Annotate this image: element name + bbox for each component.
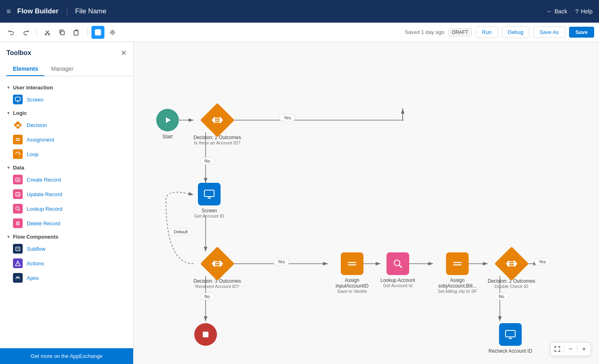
actions-icon [13,258,23,268]
toolbox-item-update-record[interactable]: Update Record [0,187,133,201]
toolbar-right: Saved 1 day ago DRAFT Run Debug Save As … [405,26,594,38]
section-flow-components[interactable]: ▼ Flow Components [0,231,133,241]
lookup1-label: Lookup Account [380,277,415,283]
assign1-sublabel: Save to Varible [337,289,367,294]
section-logic[interactable]: ▼ Logic [0,107,133,118]
decision1-icon[interactable] [200,103,234,138]
screen1-label: Screen [202,208,217,214]
debug-button[interactable]: Debug [502,26,529,38]
paste-button[interactable] [70,26,83,39]
item-label: Subflow [27,246,45,252]
svg-marker-46 [220,116,223,124]
screen2-icon[interactable] [499,323,522,346]
yes1-label: Yes [279,114,295,121]
decision2-icon[interactable] [200,247,234,281]
item-label: Screen [27,97,43,103]
screen2-node[interactable]: Recheck Account ID [489,323,532,354]
decision2-node[interactable]: Decision: 3 Outcomes Recieved Account ID… [193,252,241,289]
assign1-node[interactable]: Assign inputAccountID Save to Varible [328,252,376,294]
zoom-controls: − + [550,342,591,356]
loop-icon [13,149,23,159]
canvas-view-button[interactable] [91,26,104,39]
section-data[interactable]: ▼ Data [0,161,133,172]
toolbox-item-create-record[interactable]: Create Record [0,172,133,187]
section-label: Flow Components [13,234,59,240]
toolbox-close-button[interactable]: ✕ [121,49,127,57]
copy-button[interactable] [55,26,68,39]
subflow-icon [13,244,23,254]
app-header: ≡ Flow Builder File Name ← Back ? Help [0,0,599,23]
item-label: Loop [27,151,38,157]
screen1-sublabel: Get Account ID [194,214,224,218]
svg-marker-42 [166,117,171,123]
screen2-label: Recheck Account ID [489,348,532,354]
help-button[interactable]: ? Help [575,8,593,15]
toolbox-item-actions[interactable]: Actions [0,256,133,271]
chevron-icon: ▼ [6,235,11,239]
decision3-node[interactable]: Decision: 2 Outcomes Double Check ID [488,252,535,289]
screen1-icon[interactable] [198,183,221,205]
apex-icon [13,273,23,283]
flow-canvas[interactable]: Start Decision: 2 Outcomes Is there an A… [134,42,599,364]
screen-icon [13,95,23,104]
toolbox-item-apex[interactable]: Apex [0,271,133,285]
section-label: Logic [13,110,27,116]
assign2-icon[interactable] [446,252,469,275]
no2-label: No [200,293,215,300]
decision3-icon[interactable] [494,247,529,281]
start-icon[interactable] [156,109,179,131]
decision3-sublabel: Double Check ID [495,284,528,289]
settings-button[interactable] [106,26,119,39]
menu-icon[interactable]: ≡ [6,7,11,16]
lookup1-sublabel: Get Account Id [383,283,412,288]
help-label: Help [581,8,593,15]
save-as-button[interactable]: Save As [533,26,565,38]
tab-manager[interactable]: Manager [45,62,80,76]
back-label: Back [554,8,567,15]
appexchange-banner[interactable]: Get more on the AppExchange [0,348,133,364]
zoom-in-button[interactable]: + [578,343,591,356]
no1-label: No [200,157,215,165]
chevron-icon: ▼ [6,111,11,115]
start-label: Start [162,134,172,140]
toolbox-item-loop[interactable]: Loop [0,147,133,161]
svg-marker-55 [212,260,215,267]
toolbox-item-lookup-record[interactable]: Lookup Record [0,201,133,216]
assign1-icon[interactable] [341,252,363,275]
section-user-interaction[interactable]: ▼ User interaction [0,81,133,92]
stop-icon[interactable] [194,323,217,346]
toolbox-item-subflow[interactable]: Subflow [0,241,133,256]
svg-rect-48 [204,190,214,197]
toolbox-item-decision[interactable]: ⇄ Decision [0,118,133,132]
yes2-label: Yes [273,258,289,265]
item-label: Create Record [27,177,61,183]
item-label: Delete Record [27,220,60,226]
cut-button[interactable] [41,26,54,39]
svg-point-58 [394,260,400,266]
lookup1-node[interactable]: Lookup Account Get Account Id [380,252,415,288]
toolbar-separator-1 [36,28,37,37]
assign2-node[interactable]: Assign sobjAccount.Bill... Set billing c… [433,252,482,294]
lookup1-icon[interactable] [387,252,409,275]
stop-node[interactable] [194,323,217,346]
toolbox-item-assignment[interactable]: Assignment [0,132,133,147]
start-node[interactable]: Start [156,109,179,140]
svg-line-59 [399,265,402,268]
screen1-node[interactable]: Screen Get Account ID [194,183,224,218]
toolbox-item-delete-record[interactable]: Delete Record [0,216,133,231]
redo-button[interactable] [19,26,32,39]
svg-rect-22 [17,222,19,225]
zoom-out-button[interactable]: − [564,343,577,356]
back-button[interactable]: ← Back [546,8,567,15]
tab-elements[interactable]: Elements [6,62,45,76]
undo-button[interactable] [5,26,18,39]
run-button[interactable]: Run [476,26,498,38]
header-actions: ← Back ? Help [546,8,593,15]
save-button[interactable]: Save [569,27,594,38]
toolbox-item-screen[interactable]: Screen [0,92,133,107]
svg-point-20 [16,207,19,210]
toolbox-title: Toolbox [6,49,31,57]
app-title: Flow Builder [17,7,67,15]
zoom-fit-button[interactable] [551,343,564,356]
decision1-node[interactable]: Decision: 2 Outcomes Is there an Account… [193,108,241,145]
